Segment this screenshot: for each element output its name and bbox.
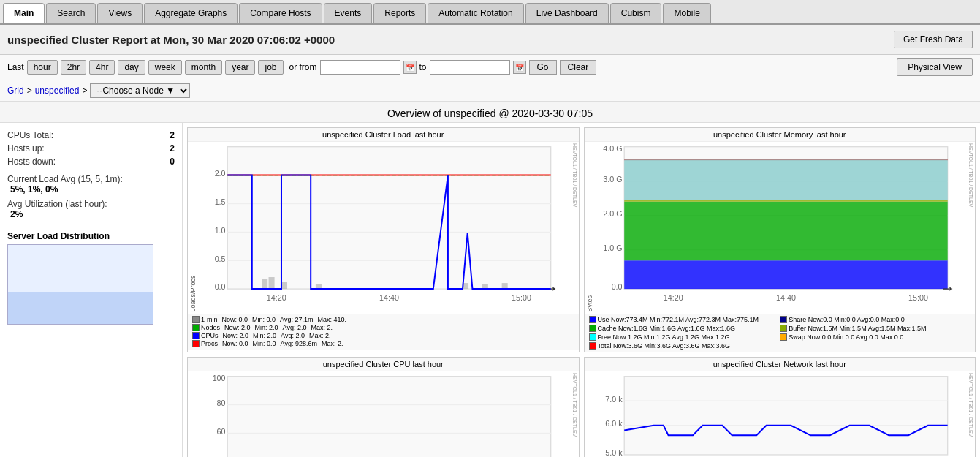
cpu-chart[interactable]: unspecified Cluster CPU last hour Percen… [187,357,580,457]
svg-text:2.0 G: 2.0 G [603,209,622,218]
svg-text:15:00: 15:00 [512,293,531,302]
avg-util-value: 2% [10,209,175,219]
svg-text:6.0 k: 6.0 k [605,419,623,428]
physical-view-button[interactable]: Physical View [897,58,973,76]
svg-text:14:20: 14:20 [663,293,683,302]
svg-text:80: 80 [217,399,226,407]
memory-chart-title: unspecified Cluster Memory last hour [585,128,976,142]
svg-rect-0 [227,147,550,289]
cpu-y-label: Percent [188,371,198,457]
last-label: Last [7,62,24,72]
time-2hr-button[interactable]: 2hr [61,60,86,75]
tab-compare-hosts[interactable]: Compare Hosts [239,3,322,23]
svg-rect-34 [624,260,947,289]
network-chart-svg: 5.0 k 6.0 k 7.0 k 14:20 14:40 15:00 [595,371,968,457]
memory-chart-svg: 0.0 1.0 G 2.0 G 3.0 G 4.0 G [595,142,968,314]
stats-panel: CPUs Total: 2 Hosts up: 2 Hosts down: 0 … [0,123,183,457]
node-chooser[interactable]: --Choose a Node ▼ [90,83,190,98]
svg-text:5.0 k: 5.0 k [605,448,623,457]
time-week-button[interactable]: week [148,60,182,75]
hosts-up-label: Hosts up: [7,143,45,154]
server-load-chart [7,244,153,325]
tab-aggregate-graphs[interactable]: Aggregate Graphs [144,3,238,23]
get-fresh-data-button[interactable]: Get Fresh Data [894,31,973,48]
overview-title: Overview of unspecified @ 2020-03-30 07:… [0,102,980,123]
svg-text:100: 100 [213,374,226,382]
cpus-total-row: CPUs Total: 2 [7,130,175,140]
to-date-input[interactable] [430,60,510,75]
load-chart[interactable]: unspecified Cluster Load last hour Loads… [187,127,580,352]
main-content: Overview of unspecified @ 2020-03-30 07:… [0,102,980,457]
time-4hr-button[interactable]: 4hr [89,60,115,75]
load-y-label: Loads/Procs [188,142,198,314]
load-chart-title: unspecified Cluster Load last hour [188,128,579,142]
cpu-right-label: HEVTOL1 / TB01 / DETLEV [571,371,579,457]
header-bar: unspecified Cluster Report at Mon, 30 Ma… [0,25,980,55]
clear-button[interactable]: Clear [560,60,597,75]
content-area: CPUs Total: 2 Hosts up: 2 Hosts down: 0 … [0,123,980,457]
tab-views[interactable]: Views [97,3,143,23]
svg-text:2.0: 2.0 [215,169,226,178]
svg-text:14:20: 14:20 [267,293,286,302]
cpus-total-value: 2 [170,130,175,140]
svg-text:3.0 G: 3.0 G [603,175,622,184]
svg-rect-22 [502,283,508,289]
svg-text:0.0: 0.0 [215,282,226,291]
hosts-down-label: Hosts down: [7,156,56,167]
tab-cubism[interactable]: Cubism [610,3,662,23]
server-load-title: Server Load Distribution [7,231,175,241]
time-year-button[interactable]: year [225,60,255,75]
svg-text:14:40: 14:40 [776,293,796,302]
go-button[interactable]: Go [529,60,557,75]
breadcrumb: Grid > unspecified > --Choose a Node ▼ [0,80,980,102]
tab-main[interactable]: Main [3,3,45,23]
breadcrumb-grid[interactable]: Grid [7,86,24,96]
time-job-button[interactable]: job [258,60,283,75]
tab-events[interactable]: Events [324,3,373,23]
svg-text:14:40: 14:40 [379,293,399,302]
svg-rect-35 [624,202,947,260]
memory-chart[interactable]: unspecified Cluster Memory last hour Byt… [584,127,976,352]
or-from-label: or from [289,62,317,72]
memory-y-label: Bytes [585,142,595,314]
from-date-input[interactable] [320,60,400,75]
load-right-label: HEVTOL1 / TB01 / DETLEV [571,142,579,314]
svg-rect-16 [262,279,267,289]
svg-marker-15 [552,287,555,290]
to-calendar-icon[interactable]: 📅 [513,61,526,74]
svg-text:1.5: 1.5 [215,197,226,206]
svg-text:0.5: 0.5 [215,254,226,263]
svg-text:4.0 G: 4.0 G [603,144,622,153]
memory-chart-legend: Use Now:773.4M Min:772.1M Avg:772.3M Max… [585,314,976,352]
tab-live-dashboard[interactable]: Live Dashboard [525,3,609,23]
breadcrumb-sep2: > [82,86,87,96]
tab-search[interactable]: Search [46,3,96,23]
page-title: unspecified Cluster Report at Mon, 30 Ma… [7,34,335,46]
svg-rect-37 [624,159,947,200]
time-hour-button[interactable]: hour [27,60,58,75]
cpu-chart-svg: 0 20 40 60 80 100 14:20 14:40 15:00 [198,371,571,457]
hosts-down-row: Hosts down: 0 [7,156,175,167]
svg-text:0.0: 0.0 [611,282,622,291]
network-chart[interactable]: unspecified Cluster Network last hour B/… [584,357,976,457]
time-day-button[interactable]: day [118,60,145,75]
cpus-total-label: CPUs Total: [7,130,53,140]
svg-rect-43 [227,376,550,457]
svg-text:1.0: 1.0 [215,226,226,235]
breadcrumb-sep1: > [27,86,32,96]
svg-rect-60 [624,376,947,454]
svg-rect-18 [281,282,287,289]
time-month-button[interactable]: month [185,60,222,75]
cpu-chart-title: unspecified Cluster CPU last hour [188,358,579,371]
to-label: to [419,62,427,72]
tab-mobile[interactable]: Mobile [663,3,710,23]
charts-panel: unspecified Cluster Load last hour Loads… [183,123,980,457]
from-calendar-icon[interactable]: 📅 [403,61,417,74]
hosts-down-value: 0 [170,156,175,167]
tab-automatic-rotation[interactable]: Automatic Rotation [428,3,523,23]
breadcrumb-unspecified[interactable]: unspecified [35,86,80,96]
memory-right-label: HEVTOL1 / TB01 / DETLEV [967,142,975,314]
tab-reports[interactable]: Reports [373,3,426,23]
network-y-label: B/s [585,371,595,457]
hosts-up-row: Hosts up: 2 [7,143,175,154]
